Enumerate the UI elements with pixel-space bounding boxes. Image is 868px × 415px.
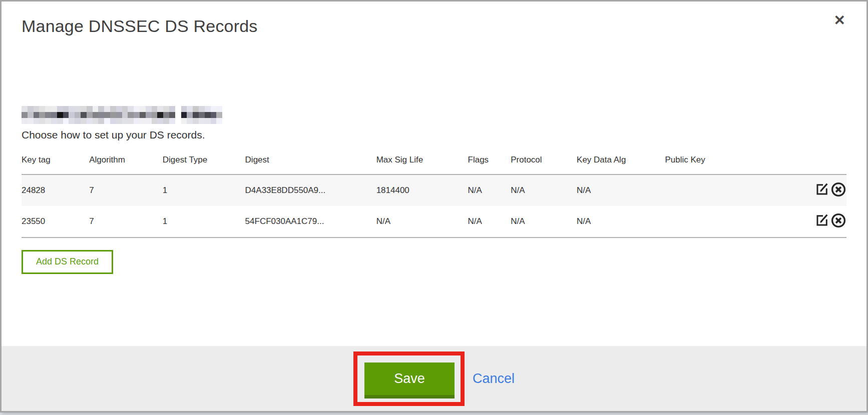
cell-digest: 54FCF030AA1C79... (245, 206, 376, 238)
cell-public-key (665, 174, 772, 206)
col-header-digest-type: Digest Type (163, 149, 245, 174)
instruction-text: Choose how to set up your DS records. (22, 129, 846, 141)
col-header-actions (772, 149, 846, 174)
cell-protocol: N/A (511, 174, 577, 206)
cell-key-data-alg: N/A (577, 174, 665, 206)
cell-max-sig-life: 1814400 (376, 174, 468, 206)
edit-record-icon[interactable] (814, 182, 830, 197)
dialog-footer: Save Cancel (2, 346, 866, 411)
cell-key-tag: 24828 (22, 174, 89, 206)
table-header-row: Key tag Algorithm Digest Type Digest Max… (22, 149, 846, 174)
close-icon[interactable]: ✕ (834, 14, 845, 28)
cancel-link[interactable]: Cancel (473, 371, 515, 386)
edit-record-icon[interactable] (814, 212, 830, 228)
col-header-max-sig-life: Max Sig Life (376, 149, 468, 174)
delete-record-icon[interactable] (830, 182, 846, 198)
cell-key-tag: 23550 (22, 206, 89, 238)
col-header-flags: Flags (468, 149, 511, 174)
annotation-highlight: Save (353, 352, 465, 406)
col-header-public-key: Public Key (665, 149, 772, 174)
cell-digest-type: 1 (163, 206, 245, 238)
table-row: 23550 7 1 54FCF030AA1C79... N/A N/A N/A … (22, 206, 846, 238)
cell-flags: N/A (468, 206, 511, 238)
cell-max-sig-life: N/A (376, 206, 468, 238)
cell-algorithm: 7 (89, 206, 163, 238)
cell-protocol: N/A (511, 206, 577, 238)
col-header-digest: Digest (245, 149, 376, 174)
page-title: Manage DNSSEC DS Records (22, 2, 846, 36)
cell-flags: N/A (468, 174, 511, 206)
table-row: 24828 7 1 D4A33E8DD550A9... 1814400 N/A … (22, 174, 846, 206)
col-header-key-data-alg: Key Data Alg (577, 149, 665, 174)
cell-digest-type: 1 (163, 174, 245, 206)
ds-records-table: Key tag Algorithm Digest Type Digest Max… (22, 149, 846, 238)
cell-digest: D4A33E8DD550A9... (245, 174, 376, 206)
save-button[interactable]: Save (364, 362, 455, 398)
domain-redacted (22, 106, 223, 124)
add-ds-record-button[interactable]: Add DS Record (22, 250, 113, 274)
cell-key-data-alg: N/A (577, 206, 665, 238)
col-header-algorithm: Algorithm (89, 149, 163, 174)
dnssec-dialog: Manage DNSSEC DS Records ✕ Choose how to… (0, 0, 868, 412)
delete-record-icon[interactable] (830, 212, 846, 228)
cell-algorithm: 7 (89, 174, 163, 206)
col-header-key-tag: Key tag (22, 149, 89, 174)
cell-public-key (665, 206, 772, 238)
col-header-protocol: Protocol (511, 149, 577, 174)
